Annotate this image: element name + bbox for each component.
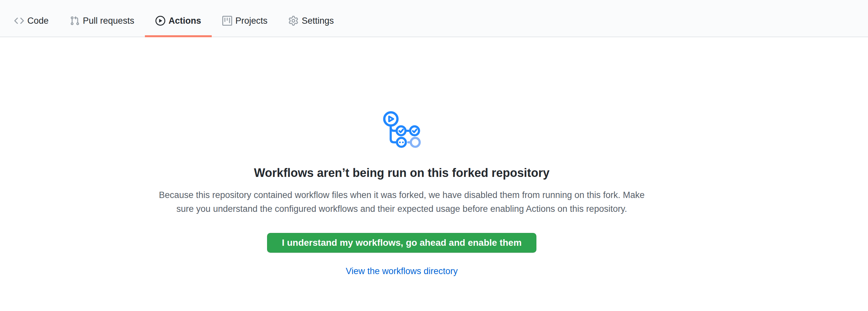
blankslate-heading: Workflows aren’t being run on this forke… bbox=[0, 164, 803, 182]
blankslate-description: Because this repository contained workfl… bbox=[122, 188, 682, 216]
tab-settings[interactable]: Settings bbox=[278, 0, 344, 37]
active-tab-underline bbox=[145, 35, 212, 37]
description-line-2: sure you understand the configured workf… bbox=[122, 202, 682, 216]
repo-tab-nav: Code Pull requests Actions Projects bbox=[0, 0, 868, 37]
tab-actions[interactable]: Actions bbox=[145, 0, 212, 37]
description-line-1: Because this repository contained workfl… bbox=[122, 188, 682, 202]
actions-disabled-blankslate: Workflows aren’t being run on this forke… bbox=[0, 111, 803, 278]
tab-projects-label: Projects bbox=[236, 16, 268, 26]
workflow-graph-icon bbox=[0, 111, 803, 149]
project-board-icon bbox=[222, 16, 232, 26]
play-circle-icon bbox=[155, 16, 165, 26]
tab-code-label: Code bbox=[27, 16, 49, 26]
tab-projects[interactable]: Projects bbox=[212, 0, 278, 37]
view-workflows-directory-link[interactable]: View the workflows directory bbox=[346, 266, 458, 276]
tab-code[interactable]: Code bbox=[4, 0, 59, 37]
git-pull-request-icon bbox=[70, 16, 80, 26]
tab-pull-requests-label: Pull requests bbox=[83, 16, 134, 26]
tab-settings-label: Settings bbox=[302, 16, 334, 26]
workflows-directory-link-row: View the workflows directory bbox=[0, 265, 803, 278]
tab-pull-requests[interactable]: Pull requests bbox=[59, 0, 145, 37]
tab-actions-label: Actions bbox=[168, 16, 201, 26]
repository-actions-page: Code Pull requests Actions Projects bbox=[0, 0, 868, 311]
gear-icon bbox=[288, 16, 298, 26]
code-icon bbox=[14, 16, 24, 26]
enable-workflows-button[interactable]: I understand my workflows, go ahead and … bbox=[267, 233, 536, 253]
